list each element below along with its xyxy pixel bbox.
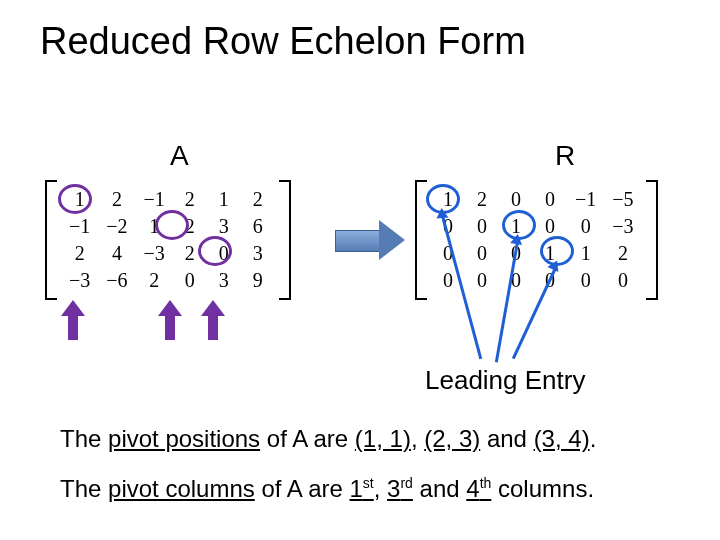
matrix-label-a: A	[170, 140, 189, 172]
leading-entry-label: Leading Entry	[425, 365, 585, 396]
matrix-label-r: R	[555, 140, 575, 172]
pivot-col-arrow-4	[203, 300, 223, 340]
pivot-circle-a-3	[198, 236, 232, 266]
pivot-circle-a-2	[155, 210, 189, 240]
slide-title: Reduced Row Echelon Form	[40, 20, 526, 63]
transform-arrow-icon	[335, 220, 405, 260]
pivot-positions-text: The pivot positions of A are (1, 1), (2,…	[60, 425, 596, 453]
pivot-circle-a-1	[58, 184, 92, 214]
pivot-columns-text: The pivot columns of A are 1st, 3rd and …	[60, 475, 594, 503]
pivot-col-arrow-3	[160, 300, 180, 340]
pivot-col-arrow-1	[63, 300, 83, 340]
